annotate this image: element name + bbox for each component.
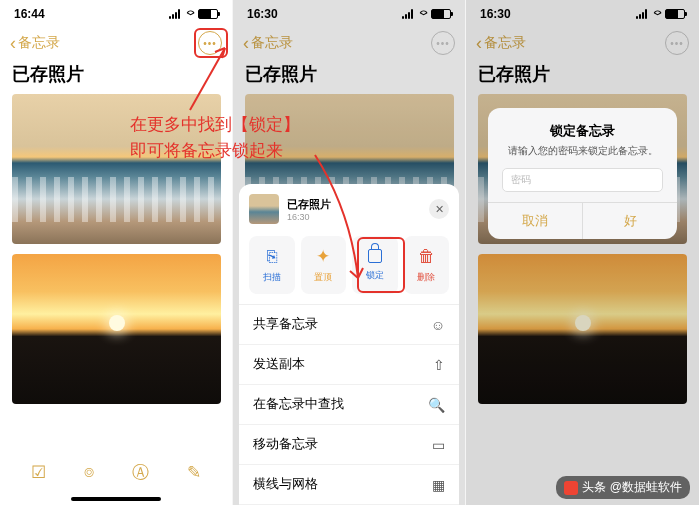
dialog-backdrop[interactable] [466, 0, 699, 505]
more-button[interactable]: ••• [198, 31, 222, 55]
dialog-cancel-button[interactable]: 取消 [488, 203, 583, 239]
row-lines[interactable]: 横线与网格▦ [239, 465, 459, 505]
action-delete[interactable]: 🗑删除 [404, 236, 450, 294]
sheet-subtitle: 16:30 [287, 212, 331, 222]
photo-beach[interactable] [12, 94, 221, 244]
status-time: 16:44 [14, 7, 45, 21]
trash-icon: 🗑 [418, 247, 435, 267]
sheet-header: 已存照片 16:30 ✕ [239, 192, 459, 232]
row-send[interactable]: 发送副本⇧ [239, 345, 459, 385]
back-button[interactable]: ‹ 备忘录 [10, 34, 60, 52]
action-scan[interactable]: ⎘扫描 [249, 236, 295, 294]
nav-bar: ‹ 备忘录 ••• [0, 28, 232, 58]
back-label: 备忘录 [18, 34, 60, 52]
toolbar: ☑ ⌾ Ⓐ ✎ [0, 457, 232, 487]
compose-icon[interactable]: ✎ [187, 462, 201, 483]
row-move[interactable]: 移动备忘录▭ [239, 425, 459, 465]
row-share[interactable]: 共享备忘录☺ [239, 305, 459, 345]
scan-icon: ⎘ [267, 247, 277, 267]
sheet-actions: ⎘扫描 ✦置顶 锁定 🗑删除 [239, 232, 459, 304]
home-indicator [71, 497, 161, 501]
share-icon: ☺ [431, 317, 445, 333]
battery-icon [198, 9, 218, 19]
search-icon: 🔍 [428, 397, 445, 413]
dialog-title: 锁定备忘录 [502, 122, 663, 140]
watermark: 头条 @数据蛙软件 [556, 476, 690, 499]
photo-sunset[interactable] [12, 254, 221, 404]
phone-screen-3: 16:30 ⌔ ‹ 备忘录 ••• 已存照片 锁定备忘录 请输入您的密码来锁定此… [466, 0, 699, 505]
sheet-close-button[interactable]: ✕ [429, 199, 449, 219]
status-indicators: ⌔ [169, 7, 218, 21]
sheet-list: 共享备忘录☺ 发送副本⇧ 在备忘录中查找🔍 移动备忘录▭ 横线与网格▦ [239, 304, 459, 505]
dialog-ok-button[interactable]: 好 [583, 203, 677, 239]
password-input[interactable]: 密码 [502, 168, 663, 192]
action-sheet: 已存照片 16:30 ✕ ⎘扫描 ✦置顶 锁定 🗑删除 共享备忘录☺ 发送副本⇧… [239, 184, 459, 505]
camera-icon[interactable]: ⌾ [84, 462, 94, 482]
phone-screen-1: 16:44 ⌔ ‹ 备忘录 ••• 已存照片 ☑ ⌾ Ⓐ ✎ [0, 0, 233, 505]
signal-icon [169, 9, 183, 19]
status-bar: 16:44 ⌔ [0, 0, 232, 28]
note-title: 已存照片 [12, 62, 220, 86]
grid-icon: ▦ [432, 477, 445, 493]
row-find[interactable]: 在备忘录中查找🔍 [239, 385, 459, 425]
wifi-icon: ⌔ [187, 7, 194, 21]
lock-dialog: 锁定备忘录 请输入您的密码来锁定此备忘录。 密码 取消 好 [488, 108, 677, 239]
lock-icon [368, 249, 382, 263]
sheet-title: 已存照片 [287, 197, 331, 212]
phone-screen-2: 16:30 ⌔ ‹ 备忘录 ••• 已存照片 已存照片 16 [233, 0, 466, 505]
draw-icon[interactable]: Ⓐ [132, 461, 149, 484]
chevron-left-icon: ‹ [10, 34, 16, 52]
send-icon: ⇧ [433, 357, 445, 373]
action-lock[interactable]: 锁定 [352, 236, 398, 294]
folder-icon: ▭ [432, 437, 445, 453]
checklist-icon[interactable]: ☑ [31, 462, 46, 483]
dialog-subtitle: 请输入您的密码来锁定此备忘录。 [502, 144, 663, 158]
pin-icon: ✦ [316, 246, 330, 267]
sheet-thumbnail [249, 194, 279, 224]
note-content: 已存照片 [0, 58, 232, 404]
action-pin[interactable]: ✦置顶 [301, 236, 347, 294]
